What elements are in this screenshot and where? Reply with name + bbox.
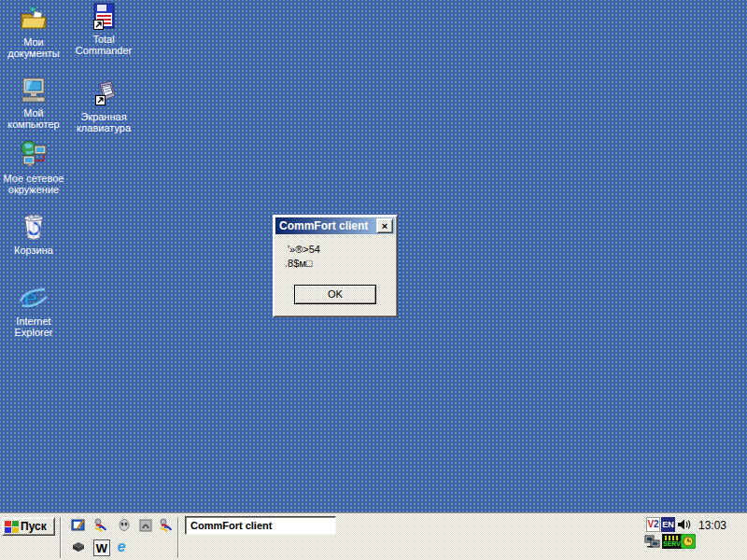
taskbar-separator [177,517,179,558]
start-button[interactable]: Пуск [2,517,55,536]
network-places-icon [19,140,49,170]
my-computer-icon [19,75,49,105]
ok-button[interactable]: OK [294,285,376,304]
onscreen-keyboard-icon [89,78,119,108]
svg-text:e: e [23,284,38,313]
desktop-icon-label: Internet Explorer [0,315,67,338]
quicklaunch-show-desktop-icon[interactable] [71,518,86,533]
start-label: Пуск [21,520,47,533]
my-documents-icon [19,4,49,34]
windows-logo-icon [5,521,19,533]
desktop-icon-my-computer[interactable]: Мой компьютер [0,75,67,130]
desktop-icon-recycle-bin[interactable]: Корзина [0,212,67,256]
tray-serv-icon[interactable]: SERV [662,534,682,549]
quicklaunch-media2-icon[interactable] [159,518,174,533]
desktop-icon-my-documents[interactable]: Мои документы [0,4,67,59]
desktop-icon-label: Мое сетевое окружение [0,173,67,195]
desktop-icon-network-places[interactable]: Мое сетевое окружение [0,140,67,195]
internet-explorer-icon: e [19,283,49,313]
quicklaunch-dark-app-icon[interactable] [71,539,86,554]
tray-clock: 13:03 [698,519,741,532]
tray-network-icon[interactable] [644,534,661,553]
tray-language-indicator[interactable]: EN [661,517,675,532]
desktop-icon-internet-explorer[interactable]: e Internet Explorer [0,283,67,338]
quicklaunch-gray-app-icon[interactable] [138,518,153,533]
dialog-message-line1: '»®>54 [288,243,395,256]
desktop-icon-label: Корзина [0,245,67,256]
taskbar: Пуск [0,513,747,560]
tray-v2-icon[interactable]: V2 [646,517,660,532]
desktop-icon-label: Мой компьютер [0,107,67,130]
tray-green-clock-icon[interactable] [681,534,696,553]
dialog-title: CommFort client [279,219,368,232]
quicklaunch-winamp-icon[interactable]: W [93,539,110,556]
desktop-icon-onscreen-keyboard[interactable]: Экранная клавиатура [70,78,137,133]
quicklaunch-ie-icon[interactable]: e [114,539,129,554]
desktop-icon-label: Мои документы [0,36,67,59]
desktop: Мои документы Total Commander [0,0,747,560]
desktop-icon-label: Экранная клавиатура [70,111,137,133]
desktop-icon-label: Total Commander [70,34,137,56]
task-button-commfort[interactable]: CommFort client [185,516,336,535]
total-commander-icon [89,1,119,31]
dialog-message-line2: .8$м□ [285,257,395,270]
desktop-icon-total-commander[interactable]: Total Commander [70,1,137,56]
recycle-bin-icon [19,212,49,242]
close-icon[interactable]: × [376,218,393,233]
commfort-dialog: CommFort client × '»®>54 .8$м□ OK [273,215,398,317]
taskbar-separator [60,517,62,558]
quicklaunch-alien-icon[interactable] [117,518,132,533]
tray-volume-icon[interactable] [676,517,691,536]
quicklaunch-media-icon[interactable] [93,518,108,533]
dialog-titlebar[interactable]: CommFort client × [275,217,395,234]
